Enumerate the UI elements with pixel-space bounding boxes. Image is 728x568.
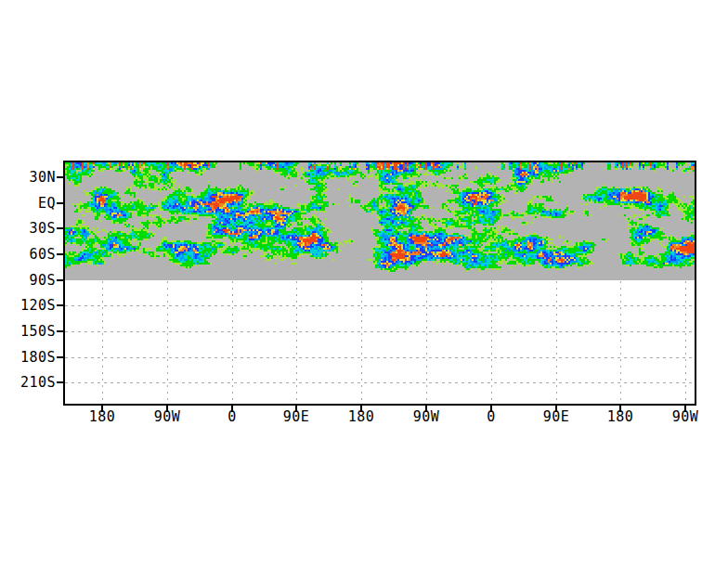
grads-shaded-plot-figure: 30NEQ30S60S90S120S150S180S210S18090W090E… xyxy=(0,0,728,568)
y-axis-label: 210S xyxy=(0,375,56,390)
gridline-vertical xyxy=(102,281,103,404)
y-axis-label: 30S xyxy=(0,221,56,236)
x-axis-label: 90W xyxy=(394,409,459,424)
y-axis-tick xyxy=(57,279,64,281)
x-axis-label: 180 xyxy=(70,409,135,424)
x-axis-label: 180 xyxy=(329,409,394,424)
y-axis-tick xyxy=(57,227,64,229)
x-axis-label: 90E xyxy=(524,409,589,424)
gridline-horizontal xyxy=(65,357,695,358)
y-axis-label: 30N xyxy=(0,170,56,185)
shaded-noise-field xyxy=(65,162,695,274)
y-axis-label: 90S xyxy=(0,273,56,288)
y-axis-tick xyxy=(57,253,64,255)
gridline-vertical xyxy=(296,281,297,404)
y-axis-label: EQ xyxy=(0,196,56,211)
x-axis-label: 0 xyxy=(200,409,265,424)
y-axis-tick xyxy=(57,381,64,383)
gridline-vertical xyxy=(167,281,168,404)
gridline-horizontal xyxy=(65,382,695,383)
y-axis-tick xyxy=(57,176,64,178)
x-axis-label: 90E xyxy=(264,409,329,424)
x-axis-label: 90W xyxy=(653,409,718,424)
gridline-vertical xyxy=(232,281,233,404)
x-axis-label: 0 xyxy=(459,409,524,424)
y-axis-label: 120S xyxy=(0,298,56,313)
y-axis-tick xyxy=(57,304,64,306)
gridline-vertical xyxy=(556,281,557,404)
y-axis-tick xyxy=(57,202,64,204)
gridline-horizontal xyxy=(65,305,695,306)
x-axis-label: 180 xyxy=(588,409,653,424)
y-axis-label: 180S xyxy=(0,350,56,365)
gridline-horizontal xyxy=(65,331,695,332)
gridline-vertical xyxy=(491,281,492,404)
gridline-vertical xyxy=(361,281,362,404)
y-axis-label: 150S xyxy=(0,324,56,339)
y-axis-tick xyxy=(57,356,64,358)
y-axis-tick xyxy=(57,330,64,332)
gridline-vertical xyxy=(426,281,427,404)
y-axis-label: 60S xyxy=(0,247,56,262)
gridline-vertical xyxy=(685,281,686,404)
gridline-vertical xyxy=(620,281,621,404)
x-axis-label: 90W xyxy=(135,409,200,424)
